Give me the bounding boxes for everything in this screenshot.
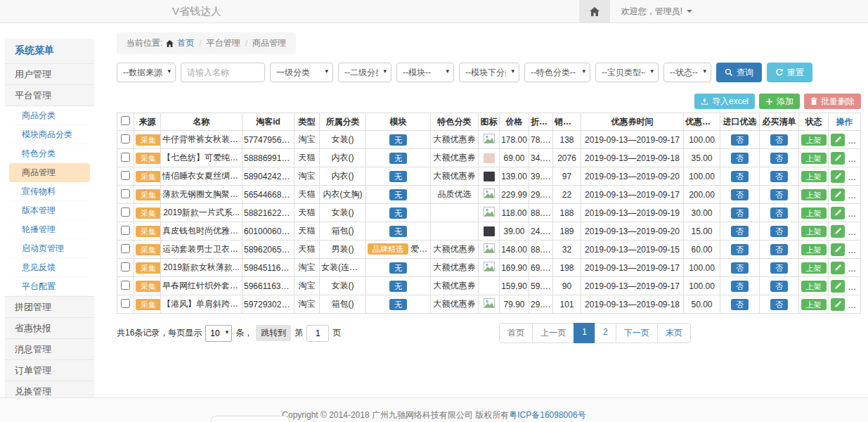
- edit-button[interactable]: [831, 207, 845, 219]
- sidebar-subitem[interactable]: 商品管理: [9, 163, 90, 182]
- import-toggle-button[interactable]: 否: [731, 189, 749, 200]
- import-toggle-button[interactable]: 否: [731, 134, 749, 146]
- pagination-item-5[interactable]: 末页: [657, 323, 691, 343]
- pagination-item-4[interactable]: 下一页: [616, 323, 658, 343]
- row-checkbox[interactable]: [121, 244, 130, 253]
- row-checkbox[interactable]: [121, 226, 130, 235]
- sidebar-subitem[interactable]: 轮播管理: [9, 220, 90, 239]
- user-menu[interactable]: 欢迎您，管理员!: [610, 6, 692, 18]
- status-toggle-button[interactable]: 上架: [801, 226, 827, 237]
- filter-select-control[interactable]: --数据来源--: [117, 63, 176, 82]
- filter-select-control[interactable]: --特色分类--: [524, 63, 590, 82]
- import-toggle-button[interactable]: 否: [731, 299, 749, 310]
- delete-button[interactable]: [848, 279, 860, 292]
- edit-button[interactable]: [831, 243, 845, 256]
- import-toggle-button[interactable]: 否: [731, 281, 749, 292]
- filter-select-control[interactable]: 一级分类: [270, 63, 333, 82]
- jump-page-input[interactable]: [306, 325, 329, 342]
- edit-button[interactable]: [831, 262, 845, 274]
- row-checkbox[interactable]: [121, 262, 130, 271]
- status-toggle-button[interactable]: 上架: [801, 189, 827, 200]
- delete-button[interactable]: [848, 151, 860, 164]
- breadcrumb-home-link[interactable]: 首页: [177, 37, 194, 49]
- import-toggle-button[interactable]: 否: [731, 262, 749, 274]
- sidebar-subitem[interactable]: 启动页管理: [9, 239, 90, 258]
- must-buy-toggle-button[interactable]: 否: [770, 153, 788, 164]
- sidebar-subitem[interactable]: 平台配置: [9, 277, 90, 296]
- delete-button[interactable]: [848, 261, 860, 274]
- sidebar-subitem[interactable]: 特色分类: [9, 144, 90, 163]
- status-toggle-button[interactable]: 上架: [801, 153, 827, 164]
- batch-delete-button[interactable]: 批量删除: [804, 94, 861, 109]
- reset-button[interactable]: 重置: [767, 63, 812, 82]
- must-buy-toggle-button[interactable]: 否: [770, 281, 788, 292]
- edit-button[interactable]: [831, 170, 845, 183]
- sidebar-subitem[interactable]: 商品分类: [9, 106, 90, 125]
- pagination-item-1[interactable]: 上一页: [532, 323, 574, 343]
- sidebar-subitem[interactable]: 意见反馈: [9, 258, 90, 277]
- delete-button[interactable]: [848, 188, 860, 200]
- pagination-item-2[interactable]: 1: [574, 323, 595, 343]
- delete-button[interactable]: [848, 224, 860, 237]
- sidebar-subitem[interactable]: 宣传物料: [9, 182, 90, 201]
- must-buy-toggle-button[interactable]: 否: [770, 189, 788, 200]
- edit-button[interactable]: [831, 152, 845, 165]
- add-button[interactable]: 添加: [759, 94, 800, 109]
- import-toggle-button[interactable]: 否: [731, 226, 749, 237]
- edit-button[interactable]: [831, 298, 845, 311]
- import-toggle-button[interactable]: 否: [731, 153, 749, 164]
- pagination-item-3[interactable]: 2: [595, 323, 616, 343]
- sidebar-item-4[interactable]: 消息管理: [5, 338, 94, 359]
- filter-input-name-search[interactable]: [181, 63, 265, 82]
- must-buy-toggle-button[interactable]: 否: [770, 134, 788, 146]
- filter-select-control[interactable]: --模块--: [396, 63, 454, 82]
- status-toggle-button[interactable]: 上架: [801, 134, 827, 146]
- delete-button[interactable]: [848, 133, 860, 146]
- must-buy-toggle-button[interactable]: 否: [770, 299, 788, 310]
- sidebar-item-1[interactable]: 平台管理: [5, 84, 94, 106]
- filter-select-control[interactable]: --状态--: [663, 63, 711, 82]
- row-checkbox[interactable]: [121, 134, 130, 143]
- sidebar-subitem[interactable]: 模块商品分类: [9, 125, 90, 144]
- status-toggle-button[interactable]: 上架: [801, 262, 827, 274]
- status-toggle-button[interactable]: 上架: [801, 299, 827, 310]
- search-button[interactable]: 查询: [716, 63, 762, 82]
- delete-button[interactable]: [848, 298, 860, 310]
- icp-link[interactable]: 粤ICP备16098006号: [509, 410, 585, 420]
- edit-button[interactable]: [831, 188, 845, 201]
- sidebar-subitem[interactable]: 版本管理: [9, 201, 90, 220]
- status-toggle-button[interactable]: 上架: [801, 207, 827, 219]
- row-checkbox[interactable]: [121, 281, 130, 290]
- edit-button[interactable]: [831, 280, 845, 293]
- filter-select-control[interactable]: --模块下分类--: [459, 63, 519, 82]
- pagination-item-0[interactable]: 首页: [499, 323, 533, 343]
- import-excel-button[interactable]: 导入excel: [694, 94, 755, 109]
- delete-button[interactable]: [848, 170, 860, 182]
- row-checkbox[interactable]: [121, 153, 130, 162]
- per-page-select[interactable]: 10: [205, 325, 232, 342]
- import-toggle-button[interactable]: 否: [731, 171, 749, 182]
- delete-button[interactable]: [848, 206, 860, 219]
- delete-button[interactable]: [848, 243, 860, 255]
- filter-select-control[interactable]: --二级分类--: [338, 63, 391, 82]
- row-checkbox[interactable]: [121, 299, 130, 308]
- import-toggle-button[interactable]: 否: [731, 207, 749, 219]
- sidebar-item-2[interactable]: 拼团管理: [5, 296, 94, 317]
- filter-select-control[interactable]: --宝贝类型--: [595, 63, 659, 82]
- status-toggle-button[interactable]: 上架: [801, 244, 827, 255]
- edit-button[interactable]: [831, 225, 845, 238]
- home-button[interactable]: [579, 0, 610, 23]
- sidebar-item-0[interactable]: 用户管理: [5, 63, 94, 84]
- row-checkbox[interactable]: [121, 207, 130, 217]
- row-checkbox[interactable]: [121, 171, 130, 180]
- jump-button[interactable]: 跳转到: [256, 325, 291, 341]
- must-buy-toggle-button[interactable]: 否: [770, 262, 788, 274]
- must-buy-toggle-button[interactable]: 否: [770, 226, 788, 237]
- sidebar-item-3[interactable]: 省惠快报: [5, 317, 94, 338]
- row-checkbox[interactable]: [121, 189, 130, 198]
- sidebar-item-5[interactable]: 订单管理: [5, 359, 94, 381]
- must-buy-toggle-button[interactable]: 否: [770, 171, 788, 182]
- import-toggle-button[interactable]: 否: [731, 244, 749, 255]
- select-all-checkbox[interactable]: [121, 116, 130, 125]
- status-toggle-button[interactable]: 上架: [801, 281, 827, 292]
